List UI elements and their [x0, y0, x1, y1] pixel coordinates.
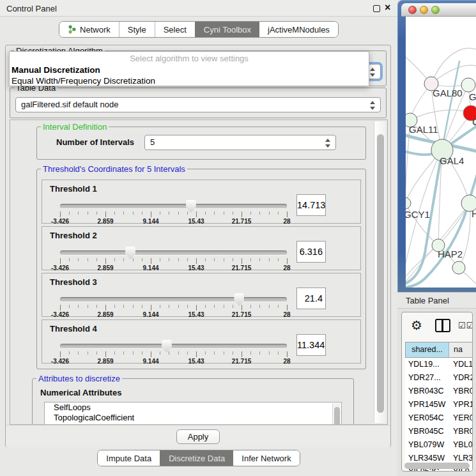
mac-close-icon[interactable] — [408, 6, 417, 14]
slider-ticks — [60, 211, 288, 217]
cell-name: YPR1 — [449, 398, 473, 411]
control-panel-titlebar: Control Panel × — [0, 0, 397, 17]
tick-label: 2.859 — [97, 358, 113, 365]
tick-label: 21.715 — [232, 311, 252, 318]
panel-scrollbar-thumb[interactable] — [377, 134, 384, 413]
slider-track[interactable] — [60, 297, 287, 302]
tab-label: Infer Network — [242, 454, 291, 463]
slider-track[interactable] — [60, 344, 287, 348]
bottom-tabs-row: Impute DataDiscretize DataInfer Network — [0, 450, 397, 466]
tab-cyni-toolbox[interactable]: Cyni Toolbox — [195, 22, 259, 37]
column-header-shared[interactable]: shared... — [406, 342, 449, 357]
list-scrollbar-thumb[interactable] — [334, 407, 340, 425]
table-hscrollbar-thumb[interactable] — [404, 463, 470, 469]
slider-track[interactable] — [60, 204, 287, 208]
cell-shared-name: YPR145W — [405, 398, 449, 411]
network-canvas[interactable]: GAL80 G C GAL11 GAL4 GCY1 H HAP2 — [406, 17, 476, 288]
threshold-panel-3: Threshold 3-3.4262.8599.14415.4321.71528… — [42, 273, 361, 317]
table-row[interactable]: YBR043CYBR0 — [405, 385, 473, 398]
gear-icon[interactable]: ⚙ — [411, 318, 422, 333]
slider-thumb[interactable] — [125, 247, 135, 259]
table-row[interactable]: YDR27...YDR2 — [405, 371, 473, 385]
float-icon[interactable] — [373, 5, 380, 12]
table-row[interactable]: YPR145WYPR1 — [405, 398, 473, 411]
threshold-label: Threshold 4 — [50, 324, 97, 334]
tab-discretize-data[interactable]: Discretize Data — [160, 450, 233, 466]
column-header-name[interactable]: na — [449, 342, 473, 357]
dropdown-option-equal-width-frequency-discretization[interactable]: Equal Width/Frequency Discretization — [10, 75, 369, 86]
numerical-attributes-list[interactable]: SelfLoopsTopologicalCoefficientBetweenne… — [44, 402, 342, 425]
table-row[interactable]: YER054CYER0 — [405, 411, 473, 425]
tick-label: 2.859 — [97, 265, 113, 272]
tab-label: Network — [80, 25, 111, 35]
attribute-item-selfloops[interactable]: SelfLoops — [45, 403, 341, 413]
apply-button[interactable]: Apply — [176, 429, 220, 444]
table-data-combobox[interactable]: galFiltered.sif default node — [15, 97, 381, 112]
tick-label: 9.144 — [142, 358, 158, 365]
threshold-label: Threshold 1 — [50, 184, 97, 194]
cell-shared-name: YBR043C — [405, 385, 449, 398]
threshold-value[interactable]: 21.4 — [296, 288, 326, 309]
cell-name: YBR0 — [449, 385, 473, 398]
slider-thumb[interactable] — [186, 200, 196, 213]
close-icon[interactable]: × — [385, 2, 390, 13]
node-label-gcy1: GCY1 — [406, 209, 430, 220]
network-window-titlebar[interactable] — [401, 3, 476, 17]
network-view-window[interactable]: GAL80 G C GAL11 GAL4 GCY1 H HAP2 — [397, 0, 476, 292]
threshold-label: Threshold 3 — [50, 277, 97, 287]
dropdown-option-manual-discretization[interactable]: Manual Discretization — [10, 65, 369, 75]
top-tab-group: NetworkStyleSelectCyni ToolboxjActiveMNo… — [59, 21, 339, 38]
tick-label: 28 — [283, 265, 290, 272]
cell-name: YBL0 — [449, 438, 473, 452]
tab-label: jActiveMNodules — [268, 25, 330, 35]
tab-label: Impute Data — [106, 454, 151, 463]
tick-label: 21.715 — [232, 358, 252, 365]
mac-minimize-icon[interactable] — [420, 6, 428, 14]
number-of-intervals-combobox[interactable]: 5 — [144, 135, 336, 150]
table-row[interactable]: YBR045CYBR0 — [405, 425, 473, 438]
tab-style[interactable]: Style — [119, 22, 155, 37]
tick-label: 9.144 — [142, 218, 158, 225]
attribute-item-topologicalcoefficient[interactable]: TopologicalCoefficient — [45, 413, 341, 423]
columns-icon[interactable] — [435, 319, 450, 332]
tick-label: -3.426 — [51, 358, 69, 365]
table-data-group: Table Data galFiltered.sif default node — [10, 88, 387, 118]
network-graph: GAL80 G C GAL11 GAL4 GCY1 H HAP2 — [406, 17, 476, 288]
tab-infer-network[interactable]: Infer Network — [233, 450, 299, 466]
node-label-gal11: GAL11 — [409, 124, 438, 135]
tab-select[interactable]: Select — [155, 22, 195, 37]
table-row[interactable]: YBL079WYBL0 — [405, 438, 473, 452]
dropdown-placeholder: Select algorithm to view settings — [10, 52, 369, 65]
panel-scrollbar[interactable] — [374, 121, 386, 423]
threshold-value[interactable]: 6.316 — [296, 241, 326, 263]
table-row[interactable]: YDL19...YDL1 — [405, 358, 473, 371]
slider-thumb[interactable] — [234, 293, 244, 306]
table-hscrollbar[interactable] — [404, 463, 470, 469]
tab-jactivemnodules[interactable]: jActiveMNodules — [259, 22, 338, 37]
threshold-value[interactable]: 14.713 — [296, 194, 326, 216]
node-label-partial-c: C — [472, 116, 476, 127]
tab-label: Discretize Data — [169, 454, 225, 463]
table-panel-title: Table Panel — [406, 296, 449, 305]
tick-label: 28 — [283, 311, 290, 318]
tab-impute-data[interactable]: Impute Data — [98, 450, 160, 466]
node-label-hap2: HAP2 — [438, 249, 463, 259]
slider-thumb[interactable] — [162, 340, 172, 353]
spinner-icon — [370, 100, 376, 111]
tab-network[interactable]: Network — [59, 22, 119, 37]
checkbox-icons[interactable]: ☑☑ — [458, 321, 473, 330]
cell-name: YBR0 — [449, 425, 473, 438]
apply-row: Apply — [6, 425, 390, 447]
threshold-value[interactable]: 11.344 — [296, 334, 326, 356]
interval-group-title: Interval Definition — [41, 122, 109, 132]
list-scrollbar[interactable] — [332, 403, 341, 425]
table-data-value: galFiltered.sif default node — [21, 100, 118, 109]
tick-label: -3.426 — [51, 265, 69, 272]
tick-label: 15.43 — [188, 218, 204, 225]
slider-track[interactable] — [60, 250, 287, 255]
tick-label: 21.715 — [232, 218, 252, 225]
mac-zoom-icon[interactable] — [431, 6, 440, 14]
tick-label: 15.43 — [188, 358, 204, 365]
tick-label: 15.43 — [188, 265, 204, 272]
table-panel-header: Table Panel — [397, 292, 476, 309]
